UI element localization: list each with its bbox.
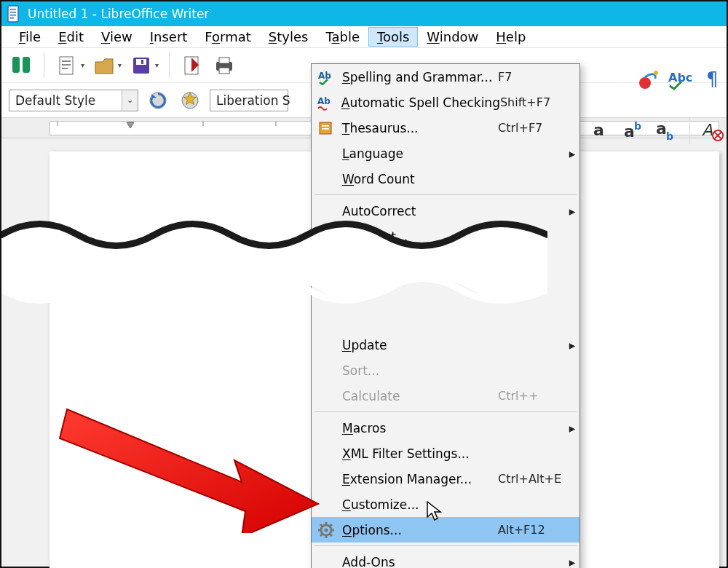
svg-text:b: b (634, 120, 641, 132)
logo-icon[interactable] (636, 67, 661, 92)
svg-text:a: a (593, 121, 604, 139)
subscript-icon[interactable]: ab (654, 118, 679, 143)
svg-rect-5 (12, 57, 20, 73)
svg-rect-8 (62, 60, 71, 62)
tools-xml-filter[interactable]: XML Filter Settings... (312, 441, 579, 466)
svg-rect-4 (10, 17, 14, 19)
autotext-icon: AB (312, 229, 341, 245)
document-icon (7, 5, 22, 23)
menu-styles[interactable]: Styles (260, 27, 317, 47)
clear-formatting-icon[interactable]: A (700, 118, 725, 143)
svg-text:Ab: Ab (317, 96, 331, 106)
tools-extension-manager[interactable]: Extension Manager...Ctrl+Alt+E (312, 466, 579, 492)
svg-rect-10 (62, 68, 68, 69)
svg-point-26 (654, 71, 658, 75)
tools-addons[interactable]: Add-Ons▸ (312, 549, 579, 568)
svg-rect-13 (141, 60, 143, 64)
update-style-icon[interactable] (146, 88, 170, 113)
svg-rect-3 (10, 15, 16, 16)
window-title: Untitled 1 - LibreOffice Writer (28, 7, 209, 21)
svg-point-25 (639, 77, 651, 89)
svg-rect-17 (219, 68, 229, 74)
tools-autocorrect[interactable]: AutoCorrect▸ (312, 198, 579, 224)
font-name-value: Liberation S (210, 93, 296, 108)
titlebar: Untitled 1 - LibreOffice Writer (1, 1, 727, 26)
svg-text:A: A (318, 230, 323, 238)
svg-rect-41 (322, 125, 329, 127)
svg-line-54 (320, 534, 323, 536)
menu-table[interactable]: Table (317, 27, 368, 47)
svg-text:a: a (624, 122, 635, 141)
export-pdf-icon[interactable] (180, 53, 205, 78)
svg-text:A: A (702, 121, 713, 139)
save-button[interactable]: ▾ (129, 53, 159, 78)
svg-text:B: B (324, 237, 329, 245)
svg-rect-2 (10, 12, 16, 13)
menubar: File Edit View Insert Format Styles Tabl… (1, 26, 727, 48)
svg-marker-24 (127, 122, 134, 128)
menu-insert[interactable]: Insert (141, 27, 197, 47)
pilcrow-icon[interactable]: ¶ (700, 67, 725, 92)
menu-file[interactable]: File (10, 27, 50, 47)
tools-spelling[interactable]: Ab Spelling and Grammar... F7 (312, 64, 579, 90)
svg-rect-9 (62, 64, 71, 66)
print-icon[interactable] (212, 53, 237, 78)
svg-rect-16 (219, 58, 229, 63)
tools-customize[interactable]: Customize... (312, 492, 579, 517)
new-style-icon[interactable] (178, 88, 202, 113)
spellcheck-ab-icon: Ab (312, 69, 341, 85)
menu-tools[interactable]: Tools (368, 27, 418, 47)
menu-view[interactable]: View (92, 27, 141, 47)
find-replace-icon[interactable] (9, 53, 33, 78)
tools-language[interactable]: Language▸ (312, 141, 579, 166)
paragraph-style-combo[interactable]: Default Style ⌄ (9, 90, 138, 111)
svg-text:¶: ¶ (706, 68, 719, 90)
tools-dropdown: Ab Spelling and Grammar... F7 Ab Automat… (311, 63, 580, 568)
tools-autotext[interactable]: AB AutoText...Ctrl+F3 (312, 224, 579, 249)
tools-options[interactable]: Options...Alt+F12 (312, 517, 579, 543)
svg-line-53 (330, 524, 332, 526)
tools-autospell[interactable]: Ab Automatic Spell Checking Shift+F7 (312, 90, 579, 115)
menu-edit[interactable]: Edit (50, 27, 92, 47)
svg-point-46 (325, 528, 328, 532)
tools-macros[interactable]: Macros▸ (312, 415, 579, 441)
spellcheck-icon[interactable]: Abc (668, 67, 693, 92)
thesaurus-icon (312, 120, 341, 136)
svg-line-52 (330, 534, 332, 536)
open-button[interactable]: ▾ (92, 53, 122, 78)
svg-rect-6 (23, 57, 30, 73)
menu-help[interactable]: Help (487, 27, 534, 47)
tools-sort: Sort... (312, 358, 579, 383)
font-name-combo[interactable]: Liberation S (210, 90, 288, 111)
gear-icon (312, 522, 341, 538)
svg-text:b: b (666, 130, 673, 141)
toolbar-right-2: a ab ab A (590, 118, 725, 144)
tools-thesaurus[interactable]: Thesaurus... Ctrl+F7 (312, 115, 579, 141)
svg-text:Ab: Ab (318, 71, 331, 81)
tools-wordcount[interactable]: Word Count (312, 166, 579, 192)
toolbar-right-1: Abc ¶ (636, 67, 725, 92)
auto-spell-icon: Ab (312, 95, 340, 111)
tools-calculate: CalculateCtrl++ (312, 383, 579, 409)
svg-text:a: a (656, 119, 667, 138)
tools-update[interactable]: Update▸ (312, 332, 579, 358)
svg-line-51 (320, 524, 323, 526)
superscript-icon[interactable]: ab (622, 118, 647, 143)
menu-window[interactable]: Window (418, 27, 487, 47)
svg-rect-0 (8, 6, 18, 22)
chevron-down-icon[interactable]: ⌄ (122, 90, 138, 111)
menu-format[interactable]: Format (196, 27, 259, 47)
paragraph-style-value: Default Style (9, 93, 101, 108)
svg-rect-42 (322, 128, 329, 130)
new-button[interactable]: ▾ (55, 53, 84, 78)
char-a-icon[interactable]: a (590, 118, 615, 143)
svg-rect-1 (10, 9, 16, 10)
